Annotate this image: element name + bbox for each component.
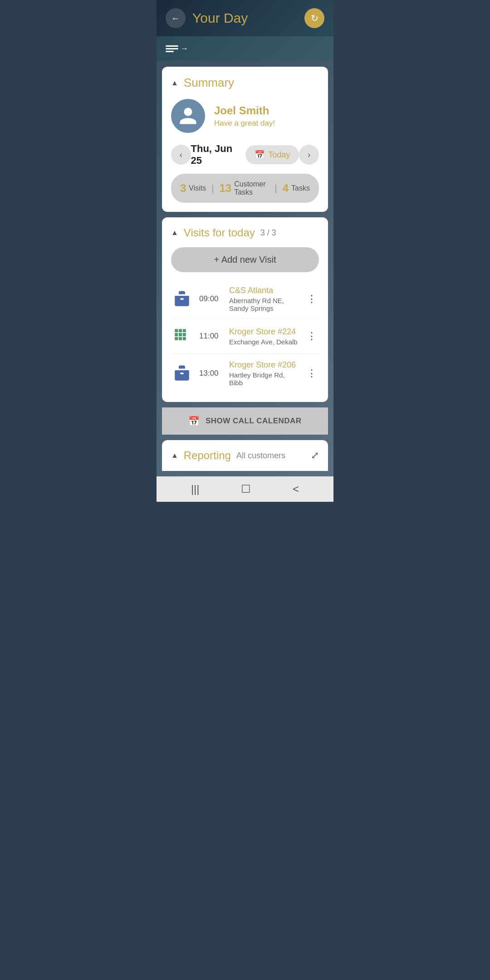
visit-icon-2 <box>171 325 193 347</box>
visit-name-3: Kroger Store #206 <box>229 360 298 370</box>
reporting-expand-icon[interactable]: ⤢ <box>311 450 319 461</box>
visit-more-button-2[interactable]: ⋮ <box>304 328 319 344</box>
visit-details-1: C&S Atlanta Abernathy Rd NE, Sandy Sprin… <box>229 286 298 312</box>
show-calendar-bar[interactable]: 📅 SHOW CALL CALENDAR <box>162 407 328 435</box>
back-button[interactable]: ← <box>166 8 186 28</box>
menu-line-2 <box>166 48 178 49</box>
visit-more-button-1[interactable]: ⋮ <box>304 291 319 307</box>
visits-card: ▲ Visits for today 3 / 3 + Add new Visit… <box>162 217 328 402</box>
calendar-icon: 📅 <box>188 416 200 426</box>
tasks-stat: 4 Tasks <box>283 182 310 195</box>
calendar-icon: 📅 <box>255 150 265 160</box>
visit-address-2: Exchange Ave, Dekalb <box>229 338 298 346</box>
menu-arrow-icon: → <box>180 44 188 54</box>
summary-card: ▲ Summary Joel Smith Have a great day! ‹… <box>162 67 328 212</box>
briefcase-icon-2 <box>172 364 191 383</box>
page-title: Your Day <box>192 10 304 26</box>
reporting-collapse-icon[interactable]: ▲ <box>171 451 178 460</box>
summary-header: ▲ Summary <box>171 76 319 90</box>
stat-sep-1: | <box>211 183 214 194</box>
customer-tasks-stat: 13 Customer Tasks <box>220 180 270 196</box>
visit-address-3: Hartley Bridge Rd, Bibb <box>229 371 298 387</box>
refresh-button[interactable]: ↻ <box>304 8 324 28</box>
customer-tasks-count: 13 <box>220 182 232 195</box>
reporting-title: Reporting <box>184 449 231 462</box>
today-label: Today <box>268 150 290 160</box>
visit-icon-3 <box>171 363 193 384</box>
back-icon: ← <box>171 13 180 24</box>
menu-line-3 <box>166 51 174 52</box>
visit-name-1: C&S Atlanta <box>229 286 298 295</box>
tasks-count: 4 <box>283 182 289 195</box>
visit-item: 11:00 Kroger Store #224 Exchange Ave, De… <box>171 319 319 354</box>
summary-collapse-icon[interactable]: ▲ <box>171 79 178 87</box>
user-info: Joel Smith Have a great day! <box>214 104 275 128</box>
add-visit-button[interactable]: + Add new Visit <box>171 247 319 272</box>
today-button[interactable]: 📅 Today <box>245 145 299 164</box>
header: ← Your Day ↻ <box>157 0 333 36</box>
nav-recent-apps-button[interactable]: ||| <box>191 483 200 495</box>
stat-sep-2: | <box>275 183 277 194</box>
customer-tasks-label: Customer Tasks <box>234 180 269 196</box>
visits-title: Visits for today <box>184 226 255 239</box>
subheader: → <box>157 36 333 61</box>
visit-item: 09:00 C&S Atlanta Abernathy Rd NE, Sandy… <box>171 279 319 319</box>
visits-collapse-icon[interactable]: ▲ <box>171 229 178 237</box>
stats-bar: 3 Visits | 13 Customer Tasks | 4 Tasks <box>171 174 319 203</box>
prev-date-button[interactable]: ‹ <box>171 145 191 165</box>
visits-count: 3 <box>180 182 186 195</box>
reporting-left: ▲ Reporting All customers <box>171 449 285 462</box>
add-visit-label: + Add new Visit <box>214 255 276 265</box>
tasks-label: Tasks <box>291 184 310 192</box>
visit-details-3: Kroger Store #206 Hartley Bridge Rd, Bib… <box>229 360 298 387</box>
current-date: Thu, Jun 25 <box>191 143 246 167</box>
user-greeting: Have a great day! <box>214 119 275 128</box>
reporting-card: ▲ Reporting All customers ⤢ <box>162 440 328 471</box>
grid-icon <box>172 327 191 346</box>
visits-header: ▲ Visits for today 3 / 3 <box>171 226 319 239</box>
show-calendar-label: SHOW CALL CALENDAR <box>206 416 302 426</box>
visit-time-1: 09:00 <box>199 294 223 304</box>
next-date-button[interactable]: › <box>299 145 319 165</box>
briefcase-icon <box>172 289 191 309</box>
refresh-icon: ↻ <box>311 13 318 24</box>
visit-item: 13:00 Kroger Store #206 Hartley Bridge R… <box>171 354 319 393</box>
visits-label: Visits <box>189 184 206 192</box>
main-content: ▲ Summary Joel Smith Have a great day! ‹… <box>157 61 333 476</box>
avatar <box>171 99 205 133</box>
visit-details-2: Kroger Store #224 Exchange Ave, Dekalb <box>229 327 298 346</box>
user-avatar-icon <box>178 106 198 126</box>
visit-address-1: Abernathy Rd NE, Sandy Springs <box>229 297 298 312</box>
bottom-navigation: ||| ☐ < <box>157 476 333 502</box>
visits-stat: 3 Visits <box>180 182 206 195</box>
menu-line-1 <box>166 45 178 47</box>
visit-time-2: 11:00 <box>199 332 223 341</box>
visits-count-display: 3 / 3 <box>260 228 276 238</box>
nav-home-button[interactable]: ☐ <box>241 483 251 495</box>
visit-time-3: 13:00 <box>199 369 223 378</box>
nav-back-button[interactable]: < <box>293 483 299 495</box>
visit-more-button-3[interactable]: ⋮ <box>304 365 319 382</box>
menu-button[interactable] <box>166 45 178 52</box>
reporting-subtitle: All customers <box>236 451 285 461</box>
summary-title: Summary <box>184 76 234 90</box>
visit-name-2: Kroger Store #224 <box>229 327 298 337</box>
user-name: Joel Smith <box>214 104 275 117</box>
user-row: Joel Smith Have a great day! <box>171 99 319 133</box>
visit-icon-1 <box>171 288 193 310</box>
date-navigation: ‹ Thu, Jun 25 📅 Today › <box>171 143 319 167</box>
